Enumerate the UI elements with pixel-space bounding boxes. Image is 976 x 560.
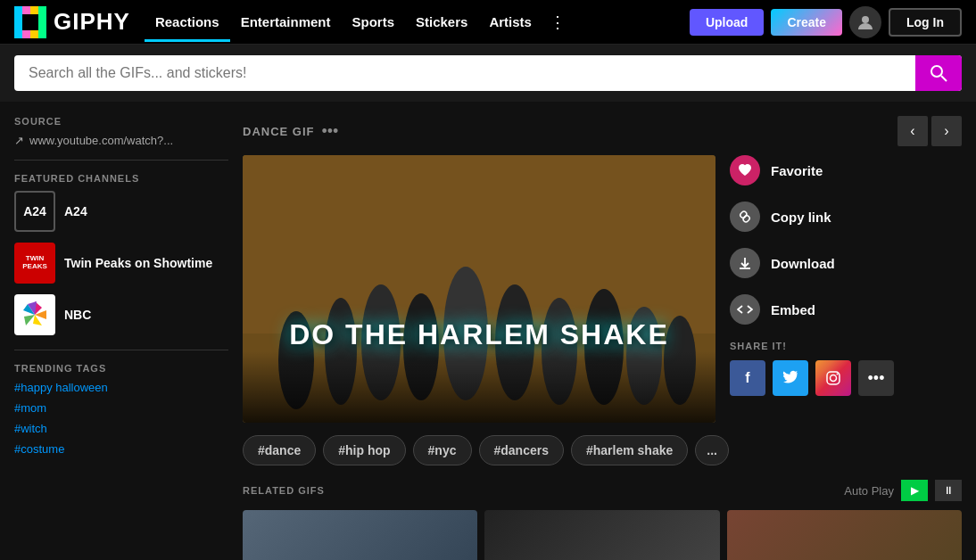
share-label: SHARE IT! (730, 341, 962, 351)
tags-row: #dance #hip hop #nyc #dancers #harlem sh… (243, 435, 962, 465)
nav-more-button[interactable]: ⋮ (542, 0, 573, 45)
search-icon (930, 64, 947, 82)
autoplay-controls: Auto Play ▶ ⏸ (844, 480, 962, 501)
svg-rect-3 (38, 6, 46, 14)
share-instagram-button[interactable] (815, 360, 851, 396)
nav-item-reactions[interactable]: Reactions (145, 2, 230, 42)
svg-rect-31 (243, 351, 715, 423)
download-icon (730, 248, 760, 278)
upload-button[interactable]: Upload (690, 9, 764, 36)
share-facebook-button[interactable]: f (730, 360, 765, 396)
gif-options-button[interactable]: ••• (322, 122, 339, 141)
twitter-icon (782, 370, 798, 386)
related-gif-0[interactable] (243, 510, 477, 560)
channel-item-twin-peaks[interactable]: TWINPEAKS Twin Peaks on Showtime (14, 243, 228, 284)
copy-link-label: Copy link (771, 210, 831, 225)
favorite-label: Favorite (771, 163, 823, 178)
nav-item-stickers[interactable]: Stickers (405, 2, 478, 42)
prev-gif-button[interactable]: ‹ (897, 116, 928, 146)
favorite-icon (730, 155, 760, 185)
gif-display: DO THE HARLEM SHAKE (243, 155, 715, 423)
user-icon (857, 14, 873, 30)
nav-item-artists[interactable]: Artists (478, 2, 542, 42)
action-copy-link[interactable]: Copy link (730, 202, 962, 232)
gif-header: DANCE GIF ••• ‹ › (243, 116, 962, 146)
tag-nyc[interactable]: #nyc (413, 435, 472, 465)
more-dots-icon: ••• (868, 369, 885, 388)
svg-point-36 (837, 374, 839, 375)
gif-crowd-illustration (243, 155, 715, 423)
channel-item-a24[interactable]: A24 A24 (14, 191, 228, 232)
create-button[interactable]: Create (771, 9, 842, 36)
search-button[interactable] (915, 55, 962, 91)
trending-tag-0[interactable]: #happy halloween (14, 381, 228, 394)
channel-thumb-a24: A24 (14, 191, 55, 232)
share-more-button[interactable]: ••• (858, 360, 894, 396)
nav-item-sports[interactable]: Sports (341, 2, 405, 42)
related-gifs-label: RELATED GIFS (243, 485, 325, 496)
instagram-icon (825, 370, 841, 386)
header-actions: Upload Create Log In (690, 6, 962, 38)
channel-thumb-nbc (14, 294, 55, 335)
source-url-link[interactable]: ↗ www.youtube.com/watch?... (14, 134, 228, 147)
copy-link-icon (730, 202, 760, 232)
gif-area: DANCE GIF ••• ‹ › (243, 116, 962, 560)
related-gif-2[interactable] (727, 510, 962, 560)
channel-thumb-twin-peaks: TWINPEAKS (14, 243, 55, 284)
action-download[interactable]: Download (730, 248, 962, 278)
featured-channels-label: FEATURED CHANNELS (14, 173, 228, 184)
logo[interactable]: GIPHY (14, 6, 130, 38)
channel-name-a24: A24 (64, 204, 87, 218)
source-label: SOURCE (14, 116, 228, 127)
logo-text: GIPHY (54, 8, 130, 36)
trending-tag-1[interactable]: #mom (14, 401, 228, 415)
gif-main-row: DO THE HARLEM SHAKE Favorite (243, 155, 962, 423)
svg-rect-6 (14, 30, 22, 38)
related-header: RELATED GIFS Auto Play ▶ ⏸ (243, 480, 962, 501)
trending-tags-label: TRENDING TAGS (14, 363, 228, 374)
tag-hip-hop[interactable]: #hip hop (323, 435, 405, 465)
search-bar (14, 55, 962, 91)
svg-rect-9 (38, 30, 46, 38)
svg-point-35 (831, 375, 837, 382)
embed-icon (730, 294, 760, 325)
related-gifs-section: RELATED GIFS Auto Play ▶ ⏸ (243, 480, 962, 560)
share-twitter-button[interactable] (773, 360, 808, 396)
autoplay-label: Auto Play (844, 484, 894, 498)
featured-channels-section: FEATURED CHANNELS A24 A24 TWINPEAKS Twin… (14, 173, 228, 335)
user-icon-button[interactable] (849, 6, 881, 38)
logo-icon (14, 6, 46, 38)
tag-more-button[interactable]: ... (695, 435, 729, 465)
trending-tag-2[interactable]: #witch (14, 422, 228, 435)
svg-rect-4 (14, 14, 22, 30)
svg-rect-2 (30, 6, 38, 14)
svg-point-10 (862, 16, 869, 23)
search-input[interactable] (14, 56, 915, 90)
gif-label: DANCE GIF (243, 125, 315, 138)
action-favorite[interactable]: Favorite (730, 155, 962, 185)
download-label: Download (771, 256, 835, 271)
nav-item-entertainment[interactable]: Entertainment (230, 2, 342, 42)
svg-marker-16 (24, 315, 35, 325)
share-buttons: f ••• (730, 360, 962, 396)
search-bar-section (0, 45, 976, 102)
trending-tag-3[interactable]: #costume (14, 442, 228, 456)
login-button[interactable]: Log In (889, 8, 962, 37)
tag-dance[interactable]: #dance (243, 435, 316, 465)
facebook-icon: f (745, 370, 749, 386)
tag-harlem-shake[interactable]: #harlem shake (571, 435, 688, 465)
header: GIPHY Reactions Entertainment Sports Sti… (0, 0, 976, 45)
source-url-text: www.youtube.com/watch?... (29, 134, 173, 147)
autoplay-pause-button[interactable]: ⏸ (935, 480, 962, 501)
autoplay-play-button[interactable]: ▶ (901, 480, 928, 501)
action-embed[interactable]: Embed (730, 294, 962, 325)
main-content: SOURCE ↗ www.youtube.com/watch?... FEATU… (0, 102, 976, 560)
embed-label: Embed (771, 302, 815, 317)
svg-rect-5 (38, 14, 46, 30)
next-gif-button[interactable]: › (931, 116, 962, 146)
tag-dancers[interactable]: #dancers (479, 435, 564, 465)
related-gif-1[interactable] (484, 510, 719, 560)
gif-nav-arrows: ‹ › (897, 116, 962, 146)
channel-item-nbc[interactable]: NBC (14, 294, 228, 335)
gif-actions-panel: Favorite Copy link (730, 155, 962, 423)
